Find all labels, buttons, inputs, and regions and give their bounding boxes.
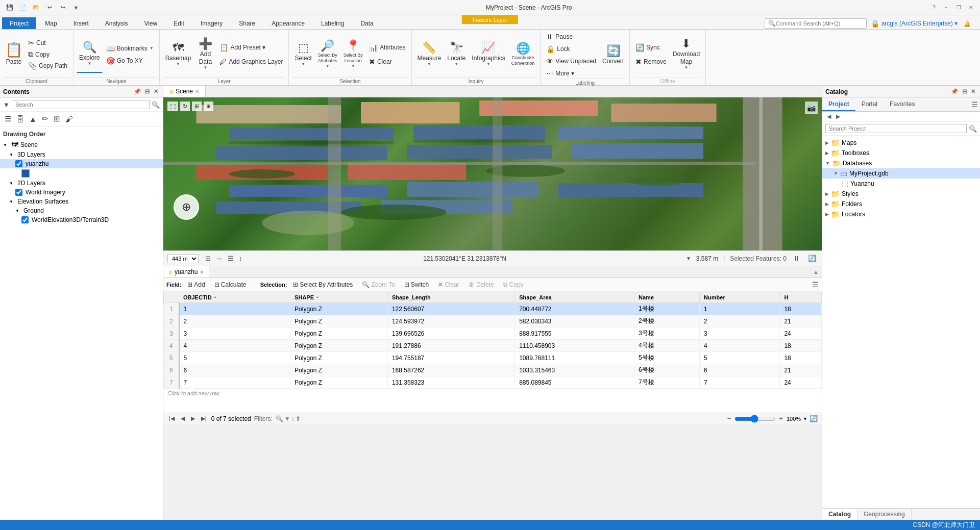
tab-labeling[interactable]: Labeling [313, 17, 352, 29]
catalog-bottom-tab-geoprocessing[interactable]: Geoprocessing [857, 509, 912, 520]
catalog-menu-btn[interactable]: ⊟ [961, 88, 968, 95]
tab-analysis[interactable]: Analysis [97, 17, 136, 29]
calculate-btn[interactable]: ⊟ Calculate [211, 280, 250, 290]
terrain3d-checkbox[interactable] [21, 216, 29, 223]
more-button[interactable]: ⋯ More ▾ [544, 68, 599, 79]
table-row[interactable]: 6 6 Polygon Z 168.587262 1033.315463 6号楼… [164, 364, 822, 376]
filter-icon3[interactable]: ↕ [291, 415, 295, 422]
attr-menu-icon[interactable]: ☰ [812, 281, 819, 289]
command-search-input[interactable] [776, 20, 863, 27]
copy-path-button[interactable]: 📎 Copy Path [26, 61, 70, 71]
bookmarks-button[interactable]: 📖 Bookmarks ▼ [104, 43, 156, 54]
remove-button[interactable]: ✖ Remove [633, 57, 669, 67]
minimize-btn[interactable]: − [941, 3, 951, 13]
select-by-attr-btn[interactable]: ⊞ Select By Attributes [290, 280, 356, 290]
select-button[interactable]: ⬚ Select ▼ [292, 36, 314, 73]
tab-appearance[interactable]: Appearance [264, 17, 312, 29]
tree-3d-layers[interactable]: ▼ 3D Layers [0, 150, 163, 159]
clear-button[interactable]: ✖ Clear [366, 57, 408, 67]
catalog-item-folders[interactable]: ▶ 📁 Folders [822, 199, 980, 209]
pause-button[interactable]: ⏸ Pause [544, 32, 599, 42]
prev-record-btn[interactable]: ◀ [179, 415, 186, 422]
contents-tool-grid[interactable]: ⊞ [52, 113, 62, 124]
attr-tab-close[interactable]: ✕ [200, 269, 204, 275]
download-map-button[interactable]: ⬇ DownloadMap ▼ [670, 36, 702, 73]
catalog-item-yuanzhu[interactable]: ⬚ Yuanzhu [822, 179, 980, 189]
fit-extent-btn[interactable]: ⊞ [204, 254, 212, 263]
table-row[interactable]: 1 1 Polygon Z 122.560607 700.448772 1号楼 … [164, 303, 822, 315]
th-shape[interactable]: SHAPE * [290, 292, 388, 303]
world-imagery-checkbox[interactable] [15, 189, 22, 196]
map-grid-btn[interactable]: ⊞ [192, 102, 202, 111]
scale-selector[interactable]: 443 m 1 km 5 km [167, 254, 199, 263]
contents-pin-btn[interactable]: 📌 [132, 88, 142, 95]
zoom-slider[interactable] [734, 415, 775, 423]
tab-share[interactable]: Share [231, 17, 263, 29]
table-view-btn[interactable]: ☰ [226, 254, 235, 263]
filter-icon1[interactable]: 🔍 [276, 415, 283, 422]
contents-tool-filter[interactable]: ▲ [28, 114, 38, 124]
zoom-out-btn[interactable]: − [726, 414, 733, 423]
coord-dropdown[interactable]: ▼ [686, 256, 691, 261]
catalog-pin-btn[interactable]: 📌 [949, 88, 960, 95]
tab-map[interactable]: Map [37, 17, 64, 29]
refresh-btn[interactable]: 🔄 [806, 254, 818, 263]
contents-search-input[interactable] [12, 100, 150, 109]
map-tab-scene[interactable]: ⧖ Scene ✕ [163, 86, 206, 97]
map-tab-close[interactable]: ✕ [195, 89, 199, 94]
new-btn[interactable]: 📄 [17, 2, 29, 13]
tab-insert[interactable]: Insert [66, 17, 96, 29]
tree-layer-yuanzhu[interactable]: yuanzhu [0, 159, 163, 168]
th-shape-area[interactable]: Shape_Area [515, 292, 634, 303]
coordinate-conversion-button[interactable]: 🌐 CoordinateConversion [509, 36, 537, 73]
tab-imagery[interactable]: Imagery [193, 17, 230, 29]
pause-refresh-btn[interactable]: ⏸ [792, 254, 801, 263]
th-rownum[interactable] [164, 292, 179, 303]
user-info[interactable]: 🔒 arcgis (ArcGIS Enterprise) ▾ [871, 19, 958, 28]
tree-scene[interactable]: ▼ 🗺 Scene [0, 140, 163, 150]
tab-edit[interactable]: Edit [166, 17, 192, 29]
table-row[interactable]: 3 3 Polygon Z 139.696526 888.917555 3号楼 … [164, 327, 822, 340]
contents-search-icon[interactable]: 🔍 [152, 101, 160, 109]
add-data-button[interactable]: ➕ AddData ▼ [194, 36, 216, 73]
new-row-hint[interactable]: Click to add new row. [163, 389, 822, 398]
lock-button[interactable]: 🔒 Lock [544, 44, 599, 54]
catalog-search-icon[interactable]: 🔍 [969, 125, 977, 133]
attributes-button[interactable]: 📊 Attributes [366, 42, 408, 53]
switch-btn[interactable]: ⊟ Switch [401, 280, 432, 290]
last-record-btn[interactable]: ▶| [200, 415, 208, 422]
tree-2d-layers[interactable]: ▼ 2D Layers [0, 179, 163, 188]
tree-terrain3d[interactable]: WorldElevation3D/Terrain3D [0, 215, 163, 224]
maximize-btn[interactable]: ❐ [953, 3, 964, 13]
catalog-item-styles[interactable]: ▶ 📁 Styles [822, 189, 980, 199]
measure-button[interactable]: 📏 Measure ▼ [415, 36, 444, 73]
catalog-item-toolboxes[interactable]: ▶ 📁 Toolboxes [822, 148, 980, 158]
contents-tool-edit[interactable]: ✏ [40, 113, 50, 124]
locate-button[interactable]: 🔭 Locate ▼ [445, 36, 468, 73]
copy-button[interactable]: ⧉ Copy [26, 49, 70, 60]
contents-tool-db[interactable]: 🗄 [15, 114, 26, 124]
map-rotate-btn[interactable]: ↻ [180, 102, 190, 111]
capture-btn[interactable]: 📷 [805, 102, 818, 114]
th-shape-length[interactable]: Shape_Length [387, 292, 514, 303]
catalog-forward-btn[interactable]: ▶ [835, 113, 842, 120]
first-record-btn[interactable]: |◀ [167, 415, 176, 422]
select-by-location-button[interactable]: 📍 Select ByLocation ▼ [341, 36, 365, 73]
tab-view[interactable]: View [136, 17, 165, 29]
catalog-tab-portal[interactable]: Portal [855, 98, 884, 111]
map-fullscreen-btn[interactable]: ⛶ [167, 102, 178, 111]
map-viewport[interactable]: ⛶ ↻ ⊞ ⊕ ⊕ 📷 [163, 97, 822, 250]
expand-btn[interactable]: ↕ [237, 254, 244, 263]
open-btn[interactable]: 📂 [31, 2, 42, 13]
save-btn[interactable]: 💾 [4, 2, 15, 13]
basemap-button[interactable]: 🗺 Basemap ▼ [163, 36, 194, 73]
select-by-attributes-button[interactable]: 🔎 Select ByAttributes ▼ [315, 36, 340, 73]
table-row[interactable]: 2 2 Polygon Z 124.593972 582.030343 2号楼 … [164, 315, 822, 327]
tree-elevation[interactable]: ▼ Elevation Surfaces [0, 197, 163, 206]
contents-close-btn[interactable]: ✕ [152, 88, 160, 95]
table-row[interactable]: 5 5 Polygon Z 194.755187 1089.768111 5号楼… [164, 352, 822, 364]
catalog-tab-project[interactable]: Project [822, 98, 855, 111]
redo-btn[interactable]: ↪ [57, 2, 68, 13]
filter-icon4[interactable]: ⬆ [296, 415, 301, 422]
tree-world-imagery[interactable]: World Imagery [0, 188, 163, 197]
